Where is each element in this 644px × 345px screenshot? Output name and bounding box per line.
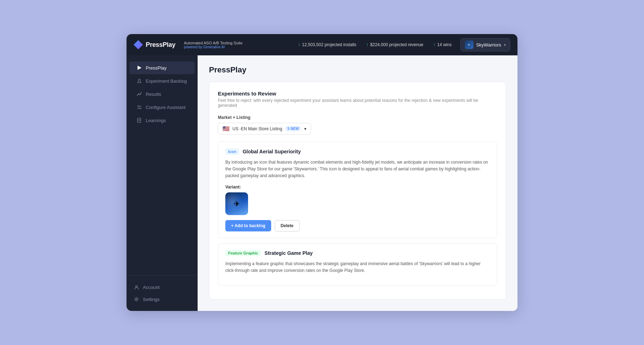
sliders-icon <box>136 104 142 110</box>
market-label: Market + Listing <box>218 115 497 120</box>
gear-icon <box>134 296 139 302</box>
sidebar-item-label-results: Results <box>146 92 161 97</box>
stat-revenue: ↑ $224,000 projected revenue <box>366 42 423 47</box>
sidebar-nav: PressPlay Experiment Backlog <box>127 55 198 275</box>
sidebar-item-label-backlog: Experiment Backlog <box>146 78 187 84</box>
action-buttons-0: + Add to backlog Delete <box>225 220 490 231</box>
subtitle-line2: powered by Generative AI <box>184 45 242 49</box>
sidebar-item-experiment-backlog[interactable]: Experiment Backlog <box>129 75 195 87</box>
flask-icon <box>136 78 142 84</box>
sidebar-item-settings[interactable]: Settings <box>129 293 195 305</box>
new-badge: 5 NEW <box>285 126 301 131</box>
section-title: Experiments to Review <box>218 91 497 97</box>
chevron-down-icon: ▾ <box>504 43 506 47</box>
app-selector[interactable]: ✈ SkyWarriors ▾ <box>460 38 510 51</box>
logo: PressPlay <box>134 40 175 49</box>
user-icon <box>134 284 139 290</box>
us-flag-icon: 🇺🇸 <box>222 125 230 132</box>
section-desc: Feel free to reject: with every rejected… <box>218 98 497 108</box>
variant-image-0: ✈ <box>225 192 248 215</box>
tag-feature-1: Feature Graphic <box>225 250 261 256</box>
sidebar-item-label-settings: Settings <box>143 297 160 302</box>
experiment-name-0: Global Aerial Superiority <box>243 149 301 154</box>
stat-installs-value: 12,503,502 projected installs <box>302 42 356 47</box>
sidebar-item-configure-assistant[interactable]: Configure Assistant <box>129 101 195 114</box>
chart-icon <box>136 91 142 97</box>
plane-icon: ✈ <box>234 199 240 208</box>
experiment-header-0: Icon Global Aerial Superiority <box>225 148 490 155</box>
delete-button-0[interactable]: Delete <box>275 220 300 231</box>
market-selector[interactable]: 🇺🇸 US -EN Main Store Listing 5 NEW ▾ <box>218 123 311 135</box>
stat-wins-value: 14 wins <box>437 42 452 47</box>
stat-wins: ↑ 14 wins <box>433 42 452 47</box>
arrow-up-icon-2: ↑ <box>366 42 369 47</box>
market-selector-value: US -EN Main Store Listing <box>232 126 282 131</box>
page-title: PressPlay <box>209 65 506 75</box>
sidebar-item-pressplay[interactable]: PressPlay <box>129 61 195 74</box>
stat-installs: ↑ 12,503,502 projected installs <box>298 42 356 47</box>
experiment-card-0: Icon Global Aerial Superiority By introd… <box>218 142 497 238</box>
sidebar: PressPlay Experiment Backlog <box>127 55 198 311</box>
experiment-header-1: Feature Graphic Strategic Game Play <box>225 250 490 256</box>
arrow-up-icon-3: ↑ <box>433 42 435 47</box>
header-stats: ↑ 12,503,502 projected installs ↑ $224,0… <box>298 42 452 47</box>
svg-marker-0 <box>138 66 141 70</box>
sidebar-bottom: Account Settings <box>127 275 198 311</box>
experiment-desc-0: By introducing an icon that features dyn… <box>225 159 490 180</box>
sidebar-item-label-account: Account <box>143 285 160 290</box>
play-icon <box>136 65 142 71</box>
tag-icon-0: Icon <box>225 148 239 155</box>
main-content: PressPlay Experiments to Review Feel fre… <box>198 55 517 311</box>
header-subtitle: Automated ASO A/B Testing Suite powered … <box>184 41 242 49</box>
svg-point-9 <box>136 299 137 300</box>
sidebar-item-label-learnings: Learnings <box>146 118 166 123</box>
sidebar-item-label-configure: Configure Assistant <box>146 105 186 110</box>
experiment-desc-1: Implementing a feature graphic that show… <box>225 261 490 274</box>
variant-image-inner-0: ✈ <box>225 192 248 215</box>
stat-revenue-value: $224,000 projected revenue <box>370 42 423 47</box>
app-name: SkyWarriors <box>476 42 501 48</box>
app-window: PressPlay Automated ASO A/B Testing Suit… <box>127 34 517 311</box>
arrow-up-icon: ↑ <box>298 42 300 47</box>
svg-point-3 <box>138 106 139 107</box>
experiments-card: Experiments to Review Feel free to rejec… <box>209 82 506 300</box>
book-icon <box>136 117 142 123</box>
sidebar-item-account[interactable]: Account <box>129 281 195 293</box>
experiment-card-1: Feature Graphic Strategic Game Play Impl… <box>218 243 497 286</box>
app-icon: ✈ <box>465 40 473 49</box>
svg-point-4 <box>140 108 141 109</box>
sidebar-item-label-pressplay: PressPlay <box>146 65 167 71</box>
logo-text: PressPlay <box>146 41 175 49</box>
dropdown-chevron-icon: ▾ <box>304 126 306 131</box>
subtitle-line1: Automated ASO A/B Testing Suite <box>184 41 242 45</box>
sidebar-item-results[interactable]: Results <box>129 88 195 100</box>
logo-diamond-icon <box>134 40 143 49</box>
header: PressPlay Automated ASO A/B Testing Suit… <box>127 34 517 55</box>
variant-label-0: Variant: <box>225 185 490 190</box>
main-layout: PressPlay Experiment Backlog <box>127 55 517 311</box>
sidebar-item-learnings[interactable]: Learnings <box>129 114 195 127</box>
experiment-name-1: Strategic Game Play <box>264 250 312 256</box>
svg-point-8 <box>136 286 138 288</box>
add-to-backlog-button-0[interactable]: + Add to backlog <box>225 220 271 231</box>
svg-rect-5 <box>138 118 141 122</box>
